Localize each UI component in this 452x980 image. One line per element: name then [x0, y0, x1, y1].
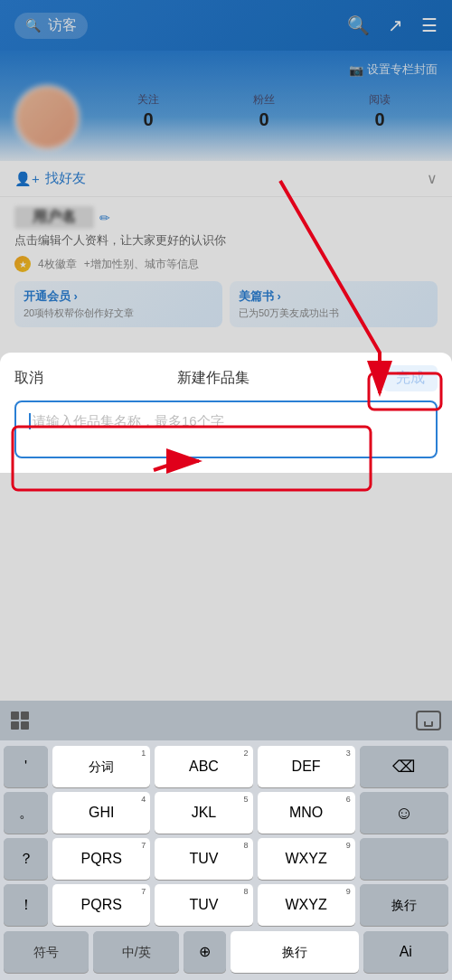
key-delete[interactable]: ⌫ — [360, 746, 448, 787]
keyboard-bottom-row: 符号 中/英 ⊕ 换行 Ai — [0, 931, 452, 980]
dialog-input-area[interactable]: 请输入作品集名称，最多16个字 — [14, 400, 438, 458]
grid-dot — [11, 711, 19, 720]
grid-dot — [21, 711, 29, 720]
key-label: PQRS — [81, 898, 122, 912]
keyboard-toolbar-left — [11, 711, 29, 730]
key-emoji[interactable]: ☺ — [360, 792, 448, 834]
key-label: TUV — [189, 898, 218, 912]
key-comma[interactable]: ' — [4, 746, 48, 787]
key-sub-label: 7 — [141, 841, 146, 850]
dialog-header: 取消 新建作品集 完成 — [0, 353, 452, 400]
app-container: 🔍 访客 🔍 ↗ ☰ 📷 设置专栏封面 关注 0 粉丝 — [0, 0, 452, 980]
key-label: MNO — [289, 806, 323, 820]
key-symbol[interactable]: 符号 — [4, 931, 89, 973]
key-lang[interactable]: 中/英 — [93, 931, 178, 973]
key-label: ABC — [189, 759, 219, 774]
key-sub-label: 8 — [244, 887, 249, 896]
key-question[interactable]: ？ — [4, 838, 48, 880]
key-fenchi[interactable]: 1 分词 — [52, 746, 150, 787]
key-ghi[interactable]: 4 GHI — [52, 792, 150, 834]
key-label: ' — [24, 759, 27, 774]
key-sub-label: 4 — [141, 795, 146, 804]
key-label: ！ — [19, 898, 33, 912]
delete-icon: ⌫ — [392, 759, 415, 775]
keyboard-toolbar — [0, 701, 452, 740]
keyboard-collapse-button[interactable] — [416, 711, 441, 730]
key-row-4: ！ 7 PQRS 8 TUV 9 WXYZ 换行 — [4, 884, 448, 926]
key-abc[interactable]: 2 ABC — [155, 746, 252, 787]
dialog-title: 新建作品集 — [177, 369, 250, 388]
key-enter[interactable]: 换行 — [231, 931, 359, 973]
dialog-confirm-button[interactable]: 完成 — [383, 365, 438, 391]
key-label: 换行 — [282, 946, 307, 958]
key-pqrs-2[interactable]: 7 PQRS — [52, 884, 150, 926]
key-label: ⊕ — [199, 945, 211, 959]
key-sub-label: 9 — [346, 887, 351, 896]
key-row-2: 。 4 GHI 5 JKL 6 MNO ☺ — [4, 792, 448, 834]
key-label: GHI — [89, 806, 114, 820]
key-sub-label: 5 — [244, 795, 249, 804]
key-jkl[interactable]: 5 JKL — [155, 792, 252, 834]
key-tuv-2[interactable]: 8 TUV — [155, 884, 252, 926]
grid-dot — [21, 721, 29, 730]
key-row-1: ' 1 分词 2 ABC 3 DEF ⌫ — [4, 746, 448, 787]
key-label: WXYZ — [285, 852, 326, 866]
emoji-icon: ☺ — [395, 804, 413, 822]
key-label: WXYZ — [285, 898, 326, 912]
text-cursor — [29, 413, 31, 429]
new-collection-dialog: 取消 新建作品集 完成 请输入作品集名称，最多16个字 — [0, 353, 452, 473]
key-label: JKL — [192, 806, 217, 820]
chevron-down-icon — [424, 721, 433, 727]
key-enter-partial[interactable]: 换行 — [360, 884, 448, 926]
key-wxyz-2[interactable]: 9 WXYZ — [258, 884, 355, 926]
input-placeholder: 请输入作品集名称，最多16个字 — [33, 413, 224, 430]
key-sub-label: 7 — [141, 887, 146, 896]
key-label: 符号 — [33, 946, 59, 958]
key-wxyz[interactable]: 9 WXYZ — [258, 838, 355, 880]
key-sub-label: 6 — [346, 795, 351, 804]
key-label: 。 — [19, 806, 33, 820]
keyboard-keys: ' 1 分词 2 ABC 3 DEF ⌫ — [0, 740, 452, 931]
keyboard-grid-icon[interactable] — [11, 711, 29, 730]
key-tuv[interactable]: 8 TUV — [155, 838, 252, 880]
key-label: 换行 — [391, 899, 417, 911]
key-label: PQRS — [81, 852, 122, 866]
key-exclaim[interactable]: ！ — [4, 884, 48, 926]
key-label: ？ — [19, 852, 33, 866]
key-pqrs[interactable]: 7 PQRS — [52, 838, 150, 880]
key-label: 分词 — [89, 760, 114, 773]
grid-dot — [11, 721, 19, 730]
key-ai[interactable]: Ai — [363, 931, 448, 973]
key-def[interactable]: 3 DEF — [258, 746, 355, 787]
key-sub-label: 9 — [346, 841, 351, 850]
ai-label: Ai — [400, 945, 412, 959]
key-label: DEF — [292, 759, 321, 774]
key-sub-label: 3 — [346, 749, 351, 758]
key-label: TUV — [189, 852, 218, 866]
keyboard: ' 1 分词 2 ABC 3 DEF ⌫ — [0, 701, 452, 980]
dialog-cancel-button[interactable]: 取消 — [14, 369, 43, 388]
key-mno[interactable]: 6 MNO — [258, 792, 355, 834]
key-period[interactable]: 。 — [4, 792, 48, 834]
key-sub-label: 8 — [244, 841, 249, 850]
key-sub-label: 2 — [244, 749, 249, 758]
key-row-3: ？ 7 PQRS 8 TUV 9 WXYZ — [4, 838, 448, 880]
key-extra[interactable]: ⊕ — [184, 931, 226, 973]
key-placeholder-right[interactable] — [360, 838, 448, 880]
key-sub-label: 1 — [141, 749, 146, 758]
key-label: 中/英 — [122, 946, 151, 958]
